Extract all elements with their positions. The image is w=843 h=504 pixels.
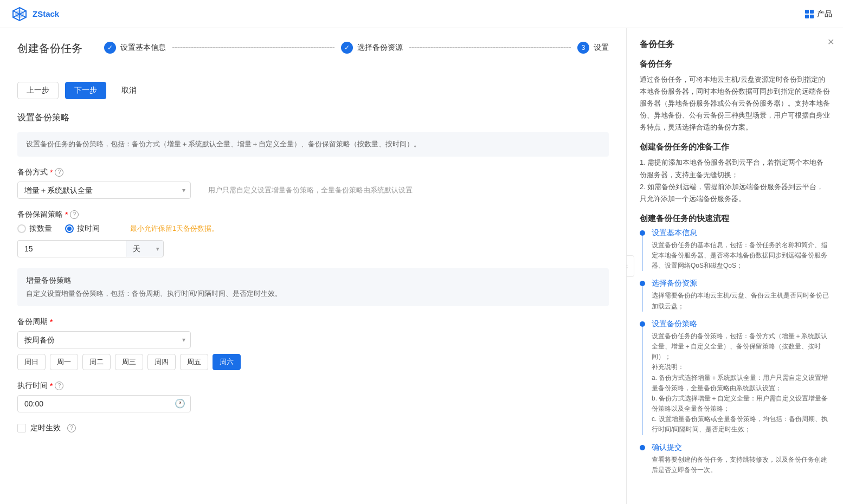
left-panel: 创建备份任务 ✓ 设置基本信息 ✓ 选择备份资源 3 设置 xyxy=(0,28,626,504)
backup-cycle-select[interactable]: 按周备份 按天备份 按月备份 xyxy=(17,331,191,348)
panel-prep-title: 创建备份任务的准备工作 xyxy=(640,142,830,152)
logo-text: ZStack xyxy=(33,9,59,18)
radio-count-label: 按数量 xyxy=(29,224,52,234)
retention-policy-group: 备份保留策略 * ? 按数量 按时间 最小允许保留1天备份数据。 xyxy=(17,210,609,257)
step-divider-2 xyxy=(409,47,571,48)
day-btn-tue[interactable]: 周二 xyxy=(82,354,111,370)
timed-effect-help[interactable]: ? xyxy=(67,424,76,432)
action-bar: 上一步 下一步 取消 xyxy=(17,82,609,99)
required-star-3: * xyxy=(50,318,53,326)
timeline-dot-1 xyxy=(640,230,645,236)
retention-input-group: 天 月 ▾ xyxy=(17,240,609,257)
timeline-dot-3 xyxy=(640,321,645,327)
timeline-content-3: 设置备份策略 设置备份任务的备份策略，包括：备份方式（增量＋系统默认全量、增量＋… xyxy=(652,319,830,435)
timeline-item-4: 确认提交 查看将要创建的备份任务，支持跳转修改，以及备份任务创建后是否立即备份一… xyxy=(640,443,830,475)
timeline-desc-4: 查看将要创建的备份任务，支持跳转修改，以及备份任务创建后是否立即备份一次。 xyxy=(652,455,830,475)
close-button[interactable]: ✕ xyxy=(827,37,834,47)
retention-radio-group: 按数量 按时间 最小允许保留1天备份数据。 xyxy=(17,224,609,234)
backup-cycle-select-wrapper: 按周备份 按天备份 按月备份 ▾ xyxy=(17,331,191,348)
back-button[interactable]: 上一步 xyxy=(17,82,59,99)
retention-unit-select[interactable]: 天 月 xyxy=(126,240,164,257)
timeline-dot-4 xyxy=(640,445,645,450)
day-btn-fri[interactable]: 周五 xyxy=(180,354,208,370)
time-input-wrapper: 🕐 xyxy=(17,395,191,412)
next-button[interactable]: 下一步 xyxy=(65,82,106,99)
exec-time-group: 执行时间 * ? 🕐 xyxy=(17,381,609,412)
header: ZStack 产品 xyxy=(0,0,843,28)
step-3-label: 设置 xyxy=(594,43,609,53)
main-layout: 创建备份任务 ✓ 设置基本信息 ✓ 选择备份资源 3 设置 xyxy=(0,28,843,504)
timeline-desc-2: 选择需要备份的本地云主机/云盘、备份云主机是否同时备份已加载云盘； xyxy=(652,290,830,311)
timeline-dot-2 xyxy=(640,281,645,286)
radio-time-circle xyxy=(65,224,74,233)
incremental-section: 增量备份策略 自定义设置增量备份策略，包括：备份周期、执行时间/间隔时间、是否定… xyxy=(17,268,609,306)
timeline-desc-3: 设置备份任务的备份策略，包括：备份方式（增量＋系统默认全量、增量＋自定义全量）、… xyxy=(652,331,830,435)
timeline-desc-1: 设置备份任务的基本信息，包括：备份任务的名称和简介、指定本地备份服务器、是否将本… xyxy=(652,240,830,272)
checkbox-box xyxy=(17,424,26,432)
timed-effect-group: 定时生效 ? xyxy=(17,423,609,433)
day-btn-mon[interactable]: 周一 xyxy=(50,354,78,370)
backup-method-select[interactable]: 增量＋系统默认全量增量＋自定义全量 xyxy=(17,182,191,199)
step-1-label: 设置基本信息 xyxy=(120,43,166,53)
logo: ZStack xyxy=(11,5,59,23)
step-divider-1 xyxy=(172,47,334,48)
panel-intro-text: 通过备份任务，可将本地云主机/云盘资源定时备份到指定的本地备份服务器，同时本地备… xyxy=(640,74,830,133)
backup-method-help[interactable]: ? xyxy=(55,168,63,177)
backup-cycle-label: 备份周期 * xyxy=(17,317,609,327)
step-2-icon: ✓ xyxy=(341,42,353,54)
incremental-text: 自定义设置增量备份策略，包括：备份周期、执行时间/间隔时间、是否定时生效。 xyxy=(26,289,282,298)
step-3-icon: 3 xyxy=(577,42,589,54)
collapse-button[interactable]: ‹ xyxy=(626,255,634,277)
required-star: * xyxy=(50,168,53,177)
timeline-label-4: 确认提交 xyxy=(652,443,830,453)
retention-help[interactable]: ? xyxy=(70,210,79,219)
timed-effect-label: 定时生效 xyxy=(30,423,61,433)
backup-method-select-wrapper: 增量＋系统默认全量增量＋自定义全量 ▾ xyxy=(17,182,191,199)
step-1-icon: ✓ xyxy=(104,42,116,54)
timeline-label-1: 设置基本信息 xyxy=(652,228,830,238)
timeline-label-3: 设置备份策略 xyxy=(652,319,830,329)
incremental-title: 增量备份策略 xyxy=(26,276,600,286)
product-label: 产品 xyxy=(817,9,832,19)
timeline-content-4: 确认提交 查看将要创建的备份任务，支持跳转修改，以及备份任务创建后是否立即备份一… xyxy=(652,443,830,475)
timeline-content-2: 选择备份资源 选择需要备份的本地云主机/云盘、备份云主机是否同时备份已加载云盘； xyxy=(652,279,830,311)
logo-icon xyxy=(11,5,28,23)
day-btn-wed[interactable]: 周三 xyxy=(115,354,143,370)
clock-icon[interactable]: 🕐 xyxy=(175,398,185,409)
step-3: 3 设置 xyxy=(577,42,609,54)
section-title: 设置备份策略 xyxy=(17,112,609,124)
panel-title: 备份任务 xyxy=(640,39,830,50)
exec-time-help[interactable]: ? xyxy=(55,382,63,390)
day-btn-sun[interactable]: 周日 xyxy=(17,354,46,370)
timeline-content-1: 设置基本信息 设置备份任务的基本信息，包括：备份任务的名称和简介、指定本地备份服… xyxy=(652,228,830,272)
timeline-item-2: 选择备份资源 选择需要备份的本地云主机/云盘、备份云主机是否同时备份已加载云盘； xyxy=(640,279,830,311)
radio-by-time[interactable]: 按时间 xyxy=(65,224,100,234)
backup-method-group: 备份方式 * ? 增量＋系统默认全量增量＋自定义全量 ▾ 用户只需自定义设置增量… xyxy=(17,167,609,199)
day-btn-thu[interactable]: 周四 xyxy=(147,354,176,370)
right-panel: ‹ ✕ 备份任务 备份任务 通过备份任务，可将本地云主机/云盘资源定时备份到指定… xyxy=(626,28,843,504)
header-product[interactable]: 产品 xyxy=(805,9,832,19)
info-box: 设置备份任务的备份策略，包括：备份方式（增量＋系统默认全量、增量＋自定义全量）、… xyxy=(17,132,609,157)
radio-by-count[interactable]: 按数量 xyxy=(17,224,52,234)
retention-label: 备份保留策略 * ? xyxy=(17,210,609,219)
backup-cycle-group: 备份周期 * 按周备份 按天备份 按月备份 ▾ 周日 周一 周二 周三 周四 周… xyxy=(17,317,609,370)
radio-time-label: 按时间 xyxy=(77,224,100,234)
day-btn-sat[interactable]: 周六 xyxy=(213,354,241,370)
cancel-button[interactable]: 取消 xyxy=(113,82,145,99)
required-star-4: * xyxy=(50,382,53,390)
day-selector: 周日 周一 周二 周三 周四 周五 周六 xyxy=(17,354,609,370)
step-1: ✓ 设置基本信息 xyxy=(104,42,166,54)
panel-intro-title: 备份任务 xyxy=(640,59,830,69)
step-2-label: 选择备份资源 xyxy=(357,43,403,53)
time-input[interactable] xyxy=(17,395,191,412)
radio-count-circle xyxy=(17,224,26,233)
timed-effect-checkbox[interactable]: 定时生效 ? xyxy=(17,423,609,433)
timeline-item-3: 设置备份策略 设置备份任务的备份策略，包括：备份方式（增量＋系统默认全量、增量＋… xyxy=(640,319,830,435)
retention-value-input[interactable] xyxy=(17,240,126,257)
timeline-item-1: 设置基本信息 设置备份任务的基本信息，包括：备份任务的名称和简介、指定本地备份服… xyxy=(640,228,830,272)
exec-time-label: 执行时间 * ? xyxy=(17,381,609,391)
backup-method-label: 备份方式 * ? xyxy=(17,167,609,177)
retention-hint: 最小允许保留1天备份数据。 xyxy=(130,224,218,234)
panel-prep-text: 1. 需提前添加本地备份服务器到云平台，若指定两个本地备份服务器，支持主备无缝切… xyxy=(640,157,830,204)
page-title: 创建备份任务 xyxy=(17,41,82,56)
